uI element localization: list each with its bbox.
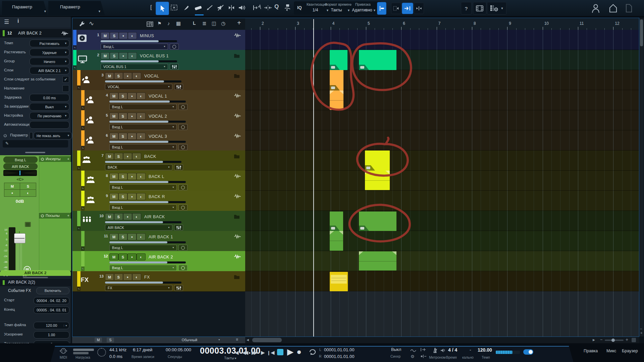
- view-browse-button[interactable]: Браузер: [622, 349, 638, 353]
- mini-solo-button[interactable]: S: [107, 338, 114, 343]
- inserts-header[interactable]: Инсерты+: [39, 156, 71, 162]
- info-icon[interactable]: i: [17, 18, 19, 24]
- track-row-minus[interactable]: ∿1MS●◐MINUSВход L▼: [72, 30, 245, 50]
- home-icon[interactable]: [608, 3, 618, 13]
- event-field-value[interactable]: 00005 . 04. 03. 01: [34, 306, 69, 314]
- mixer-channel-button[interactable]: [174, 225, 183, 231]
- mute-button[interactable]: M: [101, 52, 110, 59]
- next-marker-button[interactable]: ▶: [261, 350, 265, 356]
- stop-button[interactable]: [277, 349, 283, 355]
- track-row-vocal-3[interactable]: ∿6MS●◐VOCAL 3Вход L▼: [72, 130, 245, 151]
- loop-end[interactable]: 00001.01.01.00: [324, 354, 354, 359]
- audio-clip[interactable]: [330, 231, 343, 251]
- mute-button[interactable]: M: [109, 253, 118, 260]
- l-size-icon[interactable]: L: [193, 20, 196, 26]
- solo-button[interactable]: S: [118, 233, 127, 240]
- monitor-button[interactable]: ◐: [137, 193, 146, 200]
- monitor-ring-button[interactable]: [178, 184, 187, 190]
- solo-button[interactable]: S: [118, 253, 127, 260]
- snap-toggle-button[interactable]: [377, 2, 386, 15]
- input-select-dropdown[interactable]: VOCAL BUS 1▼: [101, 64, 168, 70]
- monitor-button[interactable]: ◐: [128, 52, 137, 59]
- param-value-box[interactable]: 0.00 ms: [30, 94, 69, 102]
- snap-value[interactable]: Адаптивно: [350, 8, 375, 12]
- input-select-dropdown[interactable]: BACK▼: [105, 164, 172, 170]
- param-value-dropdown[interactable]: По умолчанию▼: [30, 112, 69, 120]
- mixer-channel-button[interactable]: [170, 64, 179, 70]
- return-to-start-button[interactable]: ❙◀: [267, 350, 274, 356]
- record-arm-button[interactable]: ●: [4, 189, 20, 197]
- h-scrollbar[interactable]: ◀▶−+: [245, 337, 639, 344]
- input-select-dropdown[interactable]: Вход L▼: [109, 204, 177, 210]
- routing-icon[interactable]: ◫: [212, 20, 216, 26]
- param-dropdown-left[interactable]: Параметр ▼: [2, 1, 48, 15]
- pan-control[interactable]: [3, 170, 37, 176]
- monitor-ring-button[interactable]: [178, 144, 187, 150]
- audio-clip[interactable]: [365, 171, 390, 190]
- fader-handle[interactable]: [14, 233, 25, 243]
- automation-mini-box[interactable]: ∿: [81, 106, 85, 110]
- input-select-dropdown[interactable]: AIR BACK▼: [105, 225, 172, 231]
- record-arm-button[interactable]: ●: [127, 233, 137, 240]
- v-zoom-out[interactable]: −: [640, 327, 642, 331]
- arrange-lane[interactable]: [245, 130, 639, 150]
- event-field-value[interactable]: 120.00▼: [34, 322, 69, 329]
- audio-clip[interactable]: [330, 90, 343, 110]
- volume-slider[interactable]: [109, 241, 186, 243]
- timeline-ruler[interactable]: 23456789101112: [245, 18, 639, 30]
- range-tool-button[interactable]: [170, 4, 178, 11]
- track-row-vocal-1[interactable]: ∿4MS●◐VOCAL 1Вход L▼: [72, 90, 245, 111]
- audio-clip[interactable]: [330, 50, 347, 70]
- h-zoom-track[interactable]: [605, 340, 624, 341]
- arrange-lane[interactable]: [245, 30, 639, 50]
- scroll-right-arrow[interactable]: ▶: [593, 338, 595, 342]
- arrange-lane[interactable]: [245, 50, 639, 70]
- track-expand-both-icon[interactable]: [264, 4, 272, 11]
- automation-mini-box[interactable]: ∿: [81, 186, 85, 190]
- output-volume-slider[interactable]: [496, 351, 520, 354]
- h-zoom-handle[interactable]: [611, 339, 615, 342]
- param-value-dropdown[interactable]: Ударные▼: [30, 49, 69, 56]
- splitter-handle[interactable]: [25, 152, 45, 153]
- event-field-value[interactable]: 1.00: [34, 331, 69, 339]
- play-button[interactable]: ▶: [287, 347, 293, 357]
- automation-mini-box[interactable]: ∿: [73, 45, 76, 50]
- v-scroll-thumb[interactable]: [640, 19, 643, 46]
- automation-mini-box[interactable]: ∿: [81, 126, 85, 130]
- event-fx-enable-button[interactable]: Включить: [36, 287, 69, 294]
- solo-button[interactable]: S: [20, 183, 36, 190]
- monitor-button[interactable]: ◐: [132, 274, 141, 281]
- record-arm-button[interactable]: ●: [127, 253, 137, 260]
- solo-button[interactable]: S: [114, 213, 123, 220]
- plus-icon[interactable]: +: [67, 157, 69, 161]
- monitor-button[interactable]: ◐: [132, 72, 141, 79]
- input-select-dropdown[interactable]: FX▼: [105, 285, 172, 291]
- volume-slider[interactable]: [105, 80, 181, 82]
- volume-slider[interactable]: [109, 141, 186, 143]
- automation-mini-box[interactable]: ∿: [77, 166, 80, 170]
- position-unit-dropdown[interactable]: Такты▼: [224, 356, 237, 360]
- fit-zoom-button[interactable]: [632, 338, 636, 342]
- arrange-lane[interactable]: [245, 150, 639, 171]
- monitor-button[interactable]: ◐: [137, 133, 146, 140]
- marker-flag-icon[interactable]: ⚑: [157, 21, 162, 26]
- record-arm-button[interactable]: ●: [123, 213, 132, 220]
- listen-tool-button[interactable]: [238, 4, 247, 11]
- v-scrollbar[interactable]: −+: [639, 18, 644, 337]
- monitor-button[interactable]: ◐: [20, 189, 36, 197]
- sync-value[interactable]: Выкл: [391, 347, 401, 352]
- layers-icon[interactable]: ≣: [202, 20, 207, 26]
- mute-tool-button[interactable]: [217, 4, 225, 11]
- solo-button[interactable]: S: [110, 52, 119, 59]
- loop-start[interactable]: 00001.01.01.00: [324, 347, 354, 352]
- audio-clip[interactable]: [365, 150, 390, 171]
- monitor-toggle[interactable]: [523, 349, 533, 355]
- loop-button[interactable]: [307, 349, 317, 355]
- audio-clip[interactable]: [359, 212, 396, 231]
- track-row-vocal-bus-1[interactable]: ∿2MS●◐VOCAL BUS 1VOCAL BUS 1▼: [72, 50, 245, 70]
- pads-icon[interactable]: ▦: [176, 20, 181, 26]
- input-select-dropdown[interactable]: Вход L▼: [109, 104, 177, 110]
- automation-mini-box[interactable]: ∿: [81, 146, 85, 150]
- record-arm-button[interactable]: ●: [127, 93, 137, 100]
- record-button[interactable]: ●: [297, 347, 302, 357]
